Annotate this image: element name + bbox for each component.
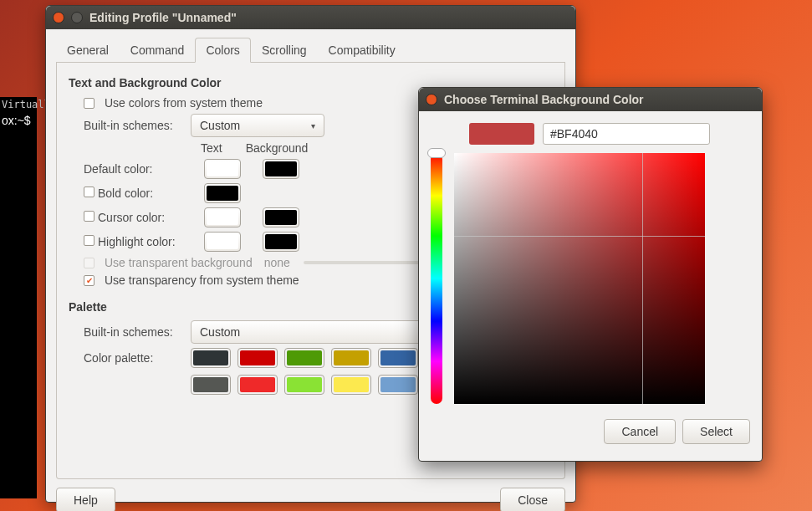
default-text-color[interactable] bbox=[204, 159, 241, 179]
palette-color-5[interactable] bbox=[191, 375, 231, 395]
checkbox-use-transparency-theme[interactable] bbox=[84, 275, 94, 286]
hue-slider[interactable] bbox=[431, 153, 442, 404]
color-preview bbox=[469, 123, 534, 145]
tab-compatibility[interactable]: Compatibility bbox=[318, 38, 406, 63]
help-button[interactable]: Help bbox=[56, 488, 115, 511]
palette-color-6[interactable] bbox=[237, 375, 278, 395]
checkbox-highlight-color[interactable] bbox=[84, 235, 94, 246]
select-builtin-value: Custom bbox=[200, 119, 240, 132]
row-highlight-color[interactable]: Highlight color: bbox=[84, 235, 199, 248]
checkbox-bold-color[interactable] bbox=[84, 187, 94, 197]
bold-text-color[interactable] bbox=[204, 183, 241, 203]
terminal-prompt: ox:~$ bbox=[0, 112, 37, 129]
header-background: Background bbox=[246, 141, 309, 155]
tab-colors[interactable]: Colors bbox=[195, 38, 250, 63]
close-window-icon[interactable] bbox=[53, 12, 64, 23]
checkbox-transparent-bg bbox=[84, 258, 94, 268]
label-transparent-bg: Use transparent background bbox=[105, 256, 253, 269]
palette-color-8[interactable] bbox=[331, 375, 371, 395]
header-text: Text bbox=[201, 141, 222, 155]
tabs: General Command Colors Scrolling Compati… bbox=[56, 38, 565, 63]
palette-color-0[interactable] bbox=[191, 348, 231, 368]
transparent-value: none bbox=[264, 256, 290, 269]
terminal-text: Virtuall bbox=[0, 97, 37, 112]
cursor-text-color[interactable] bbox=[204, 207, 241, 227]
tab-general[interactable]: General bbox=[56, 38, 120, 63]
label-palette-schemes: Built-in schemes: bbox=[84, 325, 184, 339]
palette-color-3[interactable] bbox=[331, 348, 371, 368]
label-builtin-schemes: Built-in schemes: bbox=[84, 119, 184, 132]
select-button[interactable]: Select bbox=[682, 419, 750, 444]
default-bg-color[interactable] bbox=[263, 159, 299, 179]
highlight-bg-color[interactable] bbox=[263, 232, 299, 252]
titlebar[interactable]: Editing Profile "Unnamed" bbox=[46, 6, 575, 29]
close-dialog-icon[interactable] bbox=[426, 94, 437, 105]
palette-grid bbox=[191, 348, 442, 395]
cursor-bg-color[interactable] bbox=[263, 207, 299, 227]
color-picker-titlebar[interactable]: Choose Terminal Background Color bbox=[419, 88, 762, 111]
color-picker-dialog: Choose Terminal Background Color Cancel … bbox=[418, 87, 763, 462]
hue-thumb-icon[interactable] bbox=[427, 148, 446, 158]
tab-scrolling[interactable]: Scrolling bbox=[251, 38, 318, 63]
label-default-color: Default color: bbox=[84, 162, 199, 176]
label-use-transparency-theme: Use transparency from system theme bbox=[105, 273, 299, 287]
chevron-down-icon: ▾ bbox=[311, 121, 315, 130]
select-builtin-scheme[interactable]: Custom ▾ bbox=[191, 114, 324, 137]
palette-color-1[interactable] bbox=[237, 348, 278, 368]
saturation-value-box[interactable] bbox=[454, 153, 705, 404]
palette-color-2[interactable] bbox=[284, 348, 324, 368]
label-color-palette: Color palette: bbox=[84, 348, 184, 365]
crosshair-h-icon bbox=[454, 236, 705, 237]
close-button[interactable]: Close bbox=[500, 488, 565, 511]
window-title: Editing Profile "Unnamed" bbox=[89, 11, 237, 24]
crosshair-v-icon bbox=[642, 153, 643, 404]
minimize-window-icon[interactable] bbox=[71, 12, 83, 23]
label-use-system-colors: Use colors from system theme bbox=[105, 96, 263, 110]
highlight-text-color[interactable] bbox=[204, 232, 241, 252]
row-bold-color[interactable]: Bold color: bbox=[84, 187, 199, 200]
palette-color-4[interactable] bbox=[378, 348, 418, 368]
palette-color-9[interactable] bbox=[378, 375, 418, 395]
checkbox-cursor-color[interactable] bbox=[84, 211, 94, 222]
cancel-button[interactable]: Cancel bbox=[604, 419, 676, 444]
checkbox-use-system-colors[interactable] bbox=[84, 98, 94, 109]
palette-color-7[interactable] bbox=[284, 375, 324, 395]
color-picker-title: Choose Terminal Background Color bbox=[444, 93, 644, 106]
row-cursor-color[interactable]: Cursor color: bbox=[84, 211, 199, 224]
tab-command[interactable]: Command bbox=[120, 38, 196, 63]
select-palette-value: Custom bbox=[200, 325, 240, 339]
terminal-window: Virtuall ox:~$ bbox=[0, 97, 37, 498]
hex-input[interactable] bbox=[543, 123, 710, 145]
